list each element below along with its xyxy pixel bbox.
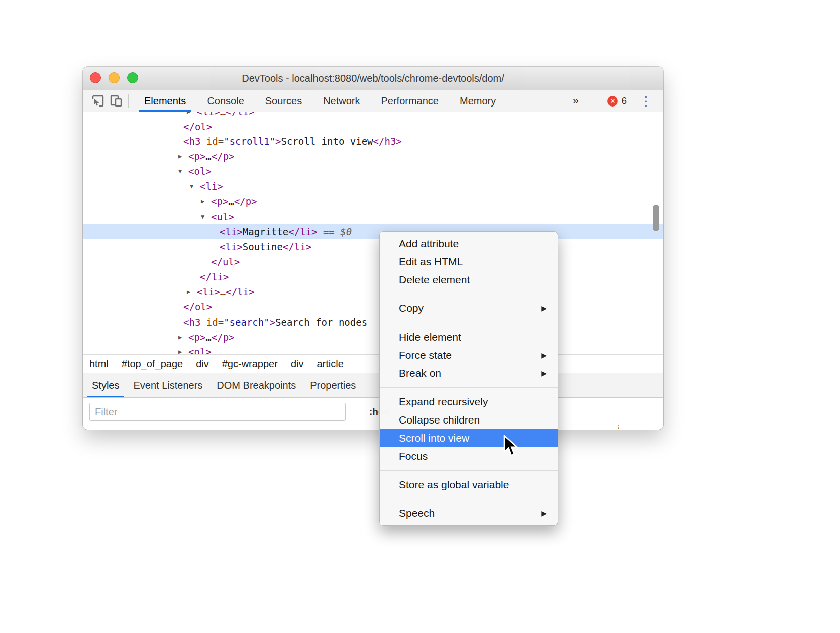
zoom-window-button[interactable] [127, 72, 138, 83]
menu-item-speech[interactable]: Speech▶ [380, 504, 558, 522]
tab-memory[interactable]: Memory [449, 90, 506, 112]
menu-item-label: Add attribute [399, 238, 459, 249]
dom-node-row[interactable]: </li> [83, 269, 663, 284]
dom-node-row[interactable]: <h3 id="search">Search for nodes [83, 314, 663, 330]
sidebar-tabs: StylesEvent ListenersDOM BreakpointsProp… [83, 373, 663, 398]
kebab-menu-icon[interactable]: ⋮ [640, 94, 652, 109]
styles-filter-input[interactable] [89, 403, 346, 421]
sidebar-tab-properties[interactable]: Properties [303, 373, 363, 397]
tab-console[interactable]: Console [196, 90, 254, 112]
menu-separator [380, 470, 558, 471]
menu-item-scroll-into-view[interactable]: Scroll into view [380, 429, 558, 447]
dom-node-row[interactable]: ▶<li>…</li> [83, 112, 663, 119]
minimize-window-button[interactable] [109, 72, 120, 83]
mouse-cursor-icon [503, 435, 520, 459]
submenu-arrow-icon: ▶ [541, 504, 547, 522]
collapse-arrow-icon[interactable]: ▼ [178, 164, 182, 179]
expand-arrow-icon[interactable]: ▶ [178, 330, 182, 345]
dom-node-text: <ol> [83, 164, 663, 179]
menu-item-label: Store as global variable [399, 479, 509, 490]
dom-node-row[interactable]: ▶<ol> [83, 344, 663, 354]
expand-arrow-icon[interactable]: ▶ [201, 194, 204, 209]
styles-pane-dashed-box [567, 425, 619, 430]
traffic-lights [90, 72, 138, 83]
dom-node-row[interactable]: ▼<ul> [83, 209, 663, 224]
dom-node-row[interactable]: ▶<p>…</p> [83, 149, 663, 164]
menu-separator [380, 294, 558, 294]
menu-item-label: Delete element [399, 274, 470, 285]
devtools-toolbar: ElementsConsoleSourcesNetworkPerformance… [83, 90, 663, 112]
dom-node-row[interactable]: </ol> [83, 299, 663, 314]
dom-node-text: <li> [83, 179, 663, 194]
menu-item-collapse-children[interactable]: Collapse children [380, 411, 558, 429]
menu-item-add-attribute[interactable]: Add attribute [380, 235, 558, 253]
menu-item-label: Hide element [399, 331, 461, 343]
menu-separator [380, 499, 558, 499]
menu-item-label: Scroll into view [399, 432, 469, 444]
scrollbar-thumb[interactable] [653, 205, 659, 231]
menu-item-focus[interactable]: Focus [380, 447, 558, 465]
menu-item-force-state[interactable]: Force state▶ [380, 346, 558, 364]
dom-node-row[interactable]: <li>Soutine</li> [83, 239, 663, 254]
breadcrumb-item-top-of-page[interactable]: #top_of_page [122, 358, 183, 370]
inspect-icon[interactable] [89, 92, 107, 110]
dom-node-row[interactable]: <h3 id="scroll1">Scroll into view</h3> [83, 134, 663, 149]
dom-tree: … ▶<li>…</li></ol><h3 id="scroll1">Scrol… [83, 112, 663, 354]
menu-item-edit-as-html[interactable]: Edit as HTML [380, 253, 558, 271]
sidebar-tab-styles[interactable]: Styles [85, 373, 126, 397]
styles-filter-row: :hov [83, 398, 663, 430]
menu-item-delete-element[interactable]: Delete element [380, 271, 558, 289]
collapse-arrow-icon[interactable]: ▼ [190, 179, 193, 194]
close-window-button[interactable] [90, 72, 101, 83]
dom-node-text: <h3 id="scroll1">Scroll into view</h3> [83, 134, 663, 149]
dom-node-text: </ul> [83, 254, 663, 269]
devtools-window: DevTools - localhost:8080/web/tools/chro… [83, 67, 663, 430]
breadcrumb-item-div[interactable]: div [196, 358, 209, 370]
toolbar-tabs: ElementsConsoleSourcesNetworkPerformance… [134, 90, 506, 112]
tab-elements[interactable]: Elements [134, 90, 196, 112]
dom-node-row[interactable]: ▼<ol> [83, 164, 663, 179]
error-badge[interactable]: ✕ 6 [607, 95, 627, 107]
menu-item-label: Copy [399, 302, 424, 314]
title-bar: DevTools - localhost:8080/web/tools/chro… [83, 67, 663, 90]
dom-node-row[interactable]: <li>Magritte</li> == $0 [83, 224, 663, 239]
sidebar-tab-event-listeners[interactable]: Event Listeners [126, 373, 209, 397]
menu-item-expand-recursively[interactable]: Expand recursively [380, 393, 558, 411]
expand-arrow-icon[interactable]: ▶ [187, 284, 190, 299]
dom-node-text: </ol> [83, 299, 663, 314]
expand-arrow-icon[interactable]: ▶ [178, 149, 182, 164]
tab-network[interactable]: Network [312, 90, 370, 112]
dom-node-row[interactable]: ▶<p>…</p> [83, 194, 663, 209]
sidebar-tab-dom-breakpoints[interactable]: DOM Breakpoints [209, 373, 303, 397]
breadcrumb-item-article[interactable]: article [317, 358, 343, 370]
dom-node-text: <ul> [83, 209, 663, 224]
dom-node-row[interactable]: ▶<p>…</p> [83, 330, 663, 345]
menu-item-label: Focus [399, 450, 428, 462]
breadcrumb-item-div[interactable]: div [291, 358, 304, 370]
menu-separator [380, 387, 558, 388]
dom-node-row[interactable]: ▶<li>…</li> [83, 284, 663, 299]
menu-item-hide-element[interactable]: Hide element [380, 328, 558, 346]
menu-item-label: Force state [399, 349, 452, 361]
dom-node-text: <p>…</p> [83, 149, 663, 164]
tab-performance[interactable]: Performance [371, 90, 450, 112]
submenu-arrow-icon: ▶ [541, 364, 547, 382]
dom-node-row[interactable]: </ol> [83, 119, 663, 134]
dom-node-text: </li> [83, 269, 663, 284]
tab-sources[interactable]: Sources [255, 90, 312, 112]
collapse-arrow-icon[interactable]: ▼ [201, 209, 204, 224]
dom-node-row[interactable]: ▼<li> [83, 179, 663, 194]
menu-item-label: Break on [399, 367, 441, 379]
more-tabs-icon[interactable]: » [573, 94, 579, 108]
dom-node-text: <p>…</p> [83, 194, 663, 209]
menu-item-copy[interactable]: Copy▶ [380, 299, 558, 318]
dom-node-text: </ol> [83, 119, 663, 134]
breadcrumb-item-html[interactable]: html [89, 358, 109, 370]
breadcrumb-item-gc-wrapper[interactable]: #gc-wrapper [222, 358, 278, 370]
expand-arrow-icon[interactable]: ▶ [178, 344, 182, 354]
dom-node-row[interactable]: </ul> [83, 254, 663, 269]
menu-item-store-as-global-variable[interactable]: Store as global variable [380, 476, 558, 494]
expand-arrow-icon[interactable]: ▶ [187, 112, 190, 119]
device-toolbar-icon[interactable] [107, 92, 125, 110]
menu-item-break-on[interactable]: Break on▶ [380, 364, 558, 382]
